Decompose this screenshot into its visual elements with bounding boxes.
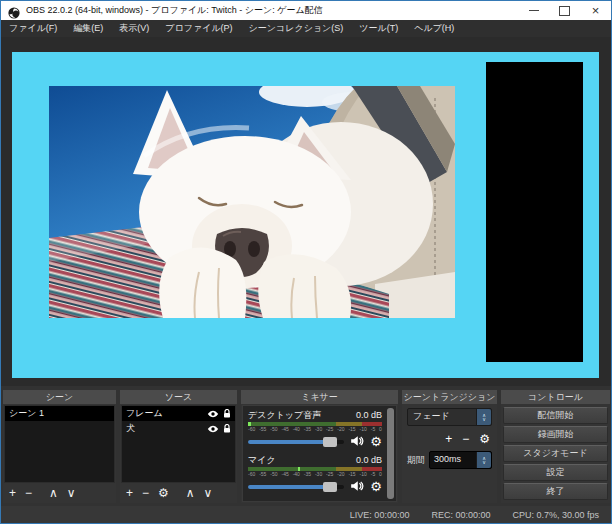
- lock-icon[interactable]: [223, 424, 231, 433]
- meter-tick-label: -40: [293, 426, 300, 433]
- transition-properties-gear-icon[interactable]: ⚙: [479, 433, 490, 445]
- volume-meter: [248, 422, 382, 426]
- channel-name: デスクトップ音声: [248, 410, 321, 421]
- duration-spinbox[interactable]: 300ms ∧ ∨: [429, 451, 492, 469]
- remove-scene-icon[interactable]: −: [25, 487, 32, 499]
- volume-slider-handle[interactable]: [323, 437, 337, 447]
- lock-icon[interactable]: [223, 409, 231, 418]
- maximize-button[interactable]: [549, 1, 580, 20]
- channel-settings-gear-icon[interactable]: ⚙: [370, 480, 382, 493]
- speaker-mute-icon[interactable]: [350, 478, 364, 496]
- meter-tick-label: -60: [248, 426, 255, 433]
- meter-tick-label: -50: [270, 426, 277, 433]
- add-transition-icon[interactable]: +: [445, 433, 452, 445]
- volume-slider[interactable]: [248, 485, 344, 489]
- minimize-button[interactable]: [518, 1, 549, 20]
- start-recording-button[interactable]: 録画開始: [503, 426, 608, 443]
- duration-spinner[interactable]: ∧ ∨: [476, 452, 491, 468]
- menu-edit[interactable]: 編集(E): [65, 20, 111, 37]
- mixer-body: デスクトップ音声 0.0 dB -60-55-50-45-40-35-30-25…: [242, 405, 397, 502]
- mixer-scrollbar[interactable]: [387, 408, 394, 499]
- remove-source-icon[interactable]: −: [142, 487, 149, 499]
- meter-tick-label: -40: [293, 471, 300, 478]
- move-scene-down-icon[interactable]: ∨: [67, 487, 76, 499]
- move-source-up-icon[interactable]: ∧: [186, 487, 195, 499]
- menu-scene-collection[interactable]: シーンコレクション(S): [241, 20, 352, 37]
- move-scene-up-icon[interactable]: ∧: [49, 487, 58, 499]
- volume-slider-handle[interactable]: [323, 482, 337, 492]
- menu-help[interactable]: ヘルプ(H): [406, 20, 462, 37]
- scenes-list[interactable]: シーン 1: [4, 405, 115, 483]
- mixer-panel-title[interactable]: ミキサー: [241, 390, 398, 404]
- source-list-item[interactable]: 犬: [122, 421, 235, 436]
- sources-panel-title[interactable]: ソース: [120, 390, 237, 404]
- titlebar[interactable]: OBS 22.0.2 (64-bit, windows) - プロファイル: T…: [1, 1, 611, 20]
- meter-tick-label: 0: [379, 426, 382, 433]
- transitions-panel-title[interactable]: シーントランジション: [402, 390, 497, 404]
- controls-panel-title[interactable]: コントロール: [501, 390, 610, 404]
- add-source-icon[interactable]: +: [126, 487, 133, 499]
- scene-name: シーン 1: [9, 406, 44, 421]
- move-source-down-icon[interactable]: ∨: [204, 487, 213, 499]
- channel-db-value: 0.0 dB: [356, 455, 382, 466]
- close-icon: ×: [592, 4, 600, 17]
- menu-view[interactable]: 表示(V): [111, 20, 157, 37]
- channel-settings-gear-icon[interactable]: ⚙: [370, 435, 382, 448]
- start-streaming-button[interactable]: 配信開始: [503, 407, 608, 424]
- live-time: LIVE: 00:00:00: [350, 510, 410, 520]
- scene-list-item[interactable]: シーン 1: [5, 406, 114, 421]
- dock-area: シーン シーン 1 + − ∧ ∨ ソース フレーム: [1, 386, 611, 506]
- speaker-mute-icon[interactable]: [350, 433, 364, 451]
- spinner-down-icon[interactable]: ∨: [482, 417, 486, 421]
- menu-profile[interactable]: プロファイル(P): [157, 20, 240, 37]
- meter-tick-label: -25: [326, 471, 333, 478]
- meter-tick-label: -20: [337, 426, 344, 433]
- source-list-item[interactable]: フレーム: [122, 406, 235, 421]
- mixer-channel-mic: マイク 0.0 dB -60-55-50-45-40-35-30-25-20-1…: [248, 455, 382, 494]
- sources-panel: ソース フレーム 犬: [120, 390, 237, 503]
- sources-list[interactable]: フレーム 犬: [121, 405, 236, 483]
- obs-logo-icon: [8, 5, 20, 17]
- meter-tick-label: -55: [259, 471, 266, 478]
- spinner-down-icon[interactable]: ∨: [482, 460, 486, 464]
- transitions-panel: シーントランジション フェード ∧ ∨ + − ⚙ 期間: [402, 390, 497, 503]
- window-controls: ×: [518, 1, 611, 20]
- meter-level-indicator: [298, 467, 301, 471]
- volume-slider[interactable]: [248, 440, 344, 444]
- studio-mode-button[interactable]: スタジオモード: [503, 445, 608, 462]
- cpu-fps: CPU: 0.7%, 30.00 fps: [512, 510, 599, 520]
- menu-tools[interactable]: ツール(T): [351, 20, 406, 37]
- meter-tick-label: -55: [259, 426, 266, 433]
- black-rectangle-source[interactable]: [486, 62, 583, 362]
- exit-button[interactable]: 終了: [503, 483, 608, 500]
- transition-selected-value: フェード: [408, 409, 476, 425]
- scenes-panel-title[interactable]: シーン: [3, 390, 116, 404]
- add-scene-icon[interactable]: +: [9, 487, 16, 499]
- dog-image-source[interactable]: [49, 86, 455, 318]
- duration-label: 期間: [407, 454, 425, 467]
- duration-value: 300ms: [430, 452, 476, 468]
- visibility-eye-icon[interactable]: [207, 425, 219, 433]
- channel-db-value: 0.0 dB: [356, 410, 382, 421]
- menu-file[interactable]: ファイル(F): [1, 20, 65, 37]
- source-name: 犬: [126, 421, 135, 436]
- visibility-eye-icon[interactable]: [207, 410, 219, 418]
- close-button[interactable]: ×: [580, 1, 611, 20]
- minimize-icon: [529, 10, 539, 11]
- combo-spinner[interactable]: ∧ ∨: [476, 409, 491, 425]
- mixer-channel-desktop-audio: デスクトップ音声 0.0 dB -60-55-50-45-40-35-30-25…: [248, 410, 382, 449]
- meter-tick-label: -50: [270, 471, 277, 478]
- preview-area: [1, 37, 611, 386]
- meter-tick-label: -25: [326, 426, 333, 433]
- window-title: OBS 22.0.2 (64-bit, windows) - プロファイル: T…: [26, 4, 323, 17]
- transition-select[interactable]: フェード ∧ ∨: [407, 408, 492, 426]
- meter-tick-label: -60: [248, 471, 255, 478]
- source-properties-gear-icon[interactable]: ⚙: [158, 487, 169, 499]
- menu-bar: ファイル(F) 編集(E) 表示(V) プロファイル(P) シーンコレクション(…: [1, 20, 611, 38]
- meter-tick-label: -30: [315, 471, 322, 478]
- meter-tick-label: 0: [379, 471, 382, 478]
- channel-name: マイク: [248, 455, 276, 466]
- remove-transition-icon[interactable]: −: [462, 433, 469, 445]
- meter-tick-label: -30: [315, 426, 322, 433]
- settings-button[interactable]: 設定: [503, 464, 608, 481]
